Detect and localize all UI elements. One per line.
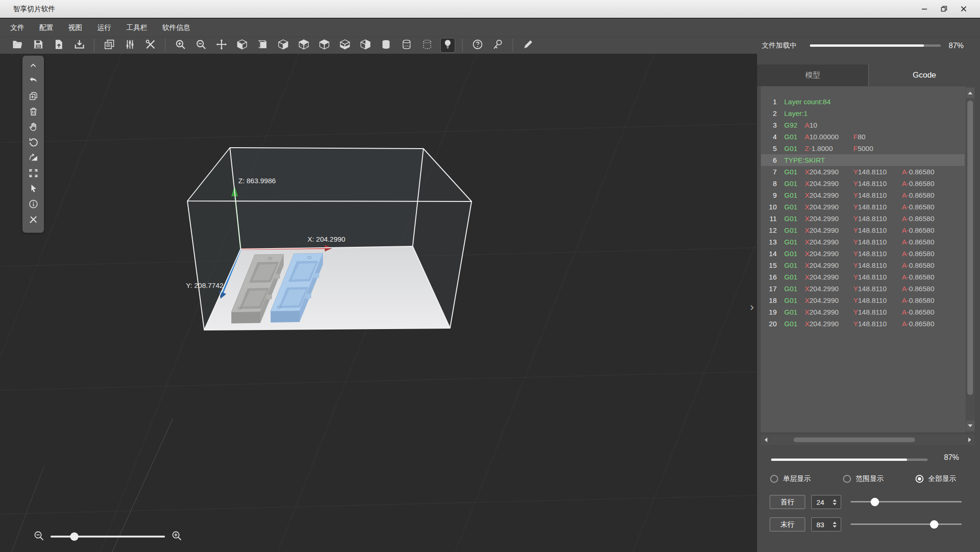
gcode-line-7[interactable]: 7G01X204.2990Y148.8110A-0.86580 — [761, 166, 965, 178]
first-line-button[interactable]: 首行 — [770, 495, 805, 509]
last-line-spinner[interactable]: 83 — [811, 517, 841, 531]
tab-gcode[interactable]: Gcode — [868, 65, 980, 86]
save-button[interactable] — [31, 38, 45, 52]
first-line-value[interactable]: 24 — [812, 498, 830, 506]
viewport-zoom-slider[interactable] — [50, 536, 165, 538]
help-circle-button[interactable] — [471, 38, 485, 52]
restore-button[interactable] — [934, 2, 954, 16]
cylinder-dotted-button[interactable] — [420, 38, 434, 52]
last-line-slider[interactable] — [851, 523, 962, 525]
gcode-line-8[interactable]: 8G01X204.2990Y148.8110A-0.86580 — [761, 178, 965, 189]
view-back-cube-button[interactable] — [256, 38, 270, 52]
mirror-flip-button[interactable] — [25, 151, 41, 166]
scroll-down-button[interactable] — [966, 421, 974, 431]
gcode-line-3[interactable]: 3G92A10 — [761, 119, 965, 131]
radio-icon[interactable] — [770, 475, 778, 483]
minimize-button[interactable] — [915, 2, 934, 16]
first-line-spinner[interactable]: 24 — [811, 495, 841, 509]
gcode-line-15[interactable]: 15G01X204.2990Y148.8110A-0.86580 — [761, 259, 965, 271]
zoom-in-icon[interactable] — [171, 530, 183, 544]
gcode-line-18[interactable]: 18G01X204.2990Y148.8110A-0.86580 — [761, 294, 965, 306]
menu-item-5[interactable]: 工具栏 — [126, 23, 147, 32]
scroll-left-button[interactable] — [761, 435, 771, 445]
last-line-value[interactable]: 83 — [812, 521, 830, 529]
gcode-line-4[interactable]: 4G01A10.00000F80 — [761, 131, 965, 143]
undo-arrow-button[interactable] — [25, 74, 41, 89]
radio-display-mode-2[interactable]: 范围显示 — [843, 473, 884, 485]
cylinder-wire-button[interactable] — [400, 38, 414, 52]
gcode-list[interactable]: 1Layer count:842Layer:13G92A104G01A10.00… — [761, 86, 975, 432]
chevron-up-button[interactable] — [25, 58, 41, 74]
gcode-horizontal-scrollbar[interactable] — [761, 435, 975, 445]
first-line-slider-thumb[interactable] — [871, 498, 879, 506]
radio-icon[interactable] — [843, 475, 851, 483]
first-line-slider[interactable] — [851, 501, 962, 502]
menu-item-4[interactable]: 运行 — [97, 23, 111, 32]
radio-icon[interactable] — [916, 475, 923, 483]
viewport-zoom-slider-thumb[interactable] — [70, 532, 79, 541]
gcode-line-14[interactable]: 14G01X204.2990Y148.8110A-0.86580 — [761, 248, 965, 259]
zoom-out-button[interactable] — [194, 38, 208, 52]
tools-wrench-button[interactable] — [143, 38, 157, 52]
gcode-line-5[interactable]: 5G01Z-1.8000F5000 — [761, 143, 965, 154]
trash-button[interactable] — [25, 105, 41, 120]
tab-model[interactable]: 模型 — [757, 65, 868, 86]
pan-hand-button[interactable] — [25, 120, 41, 136]
menu-item-1[interactable]: 文件 — [10, 23, 24, 32]
zoom-in-button[interactable] — [173, 38, 187, 52]
gcode-line-17[interactable]: 17G01X204.2990Y148.8110A-0.86580 — [761, 283, 965, 294]
fit-expand-button[interactable] — [25, 166, 41, 182]
menu-item-2[interactable]: 配置 — [39, 23, 53, 32]
radio-display-mode-3[interactable]: 全部显示 — [916, 473, 956, 485]
pen-edit-button[interactable] — [521, 38, 535, 52]
gcode-line-16[interactable]: 16G01X204.2990Y148.8110A-0.86580 — [761, 271, 965, 283]
last-line-button[interactable]: 末行 — [770, 517, 805, 531]
gcode-line-2[interactable]: 2Layer:1 — [761, 108, 965, 119]
export-file-button[interactable] — [72, 38, 86, 52]
search-magnifier-button[interactable] — [491, 38, 505, 52]
open-folder-button[interactable] — [11, 38, 25, 52]
cylinder-solid-button[interactable] — [379, 38, 393, 52]
view-iso-cube-button[interactable] — [358, 38, 372, 52]
gcode-line-9[interactable]: 9G01X204.2990Y148.8110A-0.86580 — [761, 189, 965, 201]
view-bottom-cube-button[interactable] — [338, 38, 352, 52]
menu-item-3[interactable]: 视图 — [68, 23, 82, 32]
gcode-vertical-scrollbar[interactable] — [966, 86, 975, 432]
menu-item-6[interactable]: 软件信息 — [162, 23, 190, 32]
spin-up-icon[interactable] — [833, 499, 837, 502]
view-front-cube-button[interactable] — [297, 38, 311, 52]
radio-display-mode-1[interactable]: 单层显示 — [770, 473, 811, 485]
select-cursor-button[interactable] — [25, 182, 41, 197]
horizontal-scroll-thumb[interactable] — [794, 437, 915, 442]
print-sheets-button[interactable] — [102, 38, 116, 52]
zoom-out-icon[interactable] — [33, 530, 45, 544]
vertical-scroll-thumb[interactable] — [967, 100, 973, 395]
gcode-line-19[interactable]: 19G01X204.2990Y148.8110A-0.86580 — [761, 306, 965, 318]
spin-down-icon[interactable] — [833, 503, 837, 505]
import-file-button[interactable] — [52, 38, 66, 52]
gcode-line-10[interactable]: 10G01X204.2990Y148.8110A-0.86580 — [761, 201, 965, 213]
spin-up-icon[interactable] — [833, 522, 837, 524]
info-circle-button[interactable] — [25, 197, 41, 213]
view-left-cube-button[interactable] — [235, 38, 249, 52]
last-line-slider-thumb[interactable] — [930, 520, 938, 529]
duplicate-plus-button[interactable] — [25, 89, 41, 105]
gcode-line-20[interactable]: 20G01X204.2990Y148.8110A-0.86580 — [761, 318, 965, 330]
panel-collapse-handle[interactable]: › — [747, 301, 757, 314]
scroll-up-button[interactable] — [966, 88, 974, 98]
gcode-line-11[interactable]: 11G01X204.2990Y148.8110A-0.86580 — [761, 213, 965, 224]
rotate-ccw-button[interactable] — [25, 136, 41, 151]
gcode-line-6[interactable]: 6TYPE:SKIRT — [761, 154, 965, 166]
scroll-right-button[interactable] — [965, 435, 975, 445]
view-right-cube-button[interactable] — [276, 38, 290, 52]
filter-sliders-button[interactable] — [123, 38, 137, 52]
move-arrows-button[interactable] — [215, 38, 229, 52]
gcode-line-13[interactable]: 13G01X204.2990Y148.8110A-0.86580 — [761, 236, 965, 248]
gcode-line-1[interactable]: 1Layer count:84 — [761, 96, 965, 108]
spin-down-icon[interactable] — [833, 525, 837, 528]
viewport-3d[interactable]: Z: 863.9986 X: 204.2990 Y: 208.7742 — [0, 54, 757, 552]
cross-tools-button[interactable] — [25, 213, 41, 228]
close-button[interactable] — [954, 2, 973, 16]
view-top-cube-button[interactable] — [317, 38, 331, 52]
gcode-line-12[interactable]: 12G01X204.2990Y148.8110A-0.86580 — [761, 224, 965, 236]
